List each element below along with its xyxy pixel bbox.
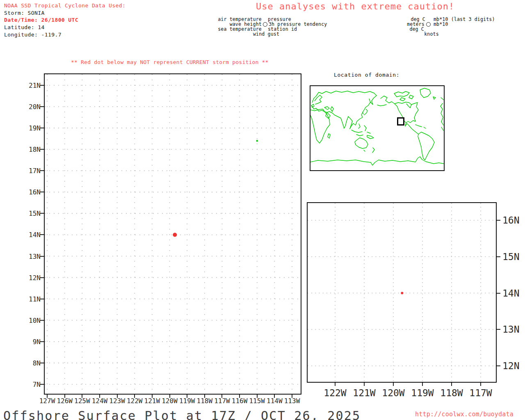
lat-tick bbox=[40, 256, 44, 257]
world-coastlines bbox=[310, 86, 444, 170]
storm-longitude-line: Longitude: -119.7 bbox=[4, 32, 62, 38]
lat-tick bbox=[497, 293, 500, 294]
lon-tick-label: 117W bbox=[466, 388, 495, 398]
lat-tick bbox=[40, 128, 44, 128]
lat-tick-label: 20N bbox=[22, 103, 41, 111]
lat-tick bbox=[40, 341, 44, 342]
lat-tick bbox=[40, 277, 44, 278]
lat-tick bbox=[497, 365, 500, 366]
lat-tick-label: 12N bbox=[502, 361, 525, 371]
lat-tick bbox=[40, 192, 44, 192]
units-circle-icon bbox=[426, 22, 431, 27]
lon-tick bbox=[422, 383, 423, 386]
lat-tick bbox=[40, 170, 44, 171]
storm-datetime-line: Date/Time: 26/1800 UTC bbox=[4, 17, 78, 23]
storm-position-warning: ** Red dot below may NOT represent CURRE… bbox=[71, 59, 269, 65]
lat-tick bbox=[40, 363, 44, 363]
storm-name-line: Storm: SONIA bbox=[4, 10, 45, 16]
lat-tick-label: 13N bbox=[22, 253, 41, 260]
lat-tick bbox=[40, 106, 44, 107]
lat-tick bbox=[40, 234, 44, 235]
lat-tick bbox=[40, 299, 44, 299]
lat-tick-label: 21N bbox=[22, 82, 41, 89]
lon-tick-label: 113W bbox=[281, 397, 303, 405]
lat-tick-label: 19N bbox=[22, 124, 41, 132]
lon-tick bbox=[480, 383, 481, 386]
lat-tick-label: 8N bbox=[22, 359, 41, 367]
noaa-source-line: NOAA SSD Tropical Cyclone Data Used: bbox=[4, 2, 126, 9]
lat-tick-label: 16N bbox=[22, 188, 41, 196]
station-circle-icon bbox=[263, 22, 267, 27]
lat-tick bbox=[497, 329, 500, 330]
lat-tick-label: 13N bbox=[502, 324, 525, 335]
lon-tick bbox=[451, 383, 452, 386]
lon-tick bbox=[393, 383, 394, 386]
lat-tick-label: 7N bbox=[22, 381, 41, 388]
storm-latitude-line: Latitude: 14 bbox=[4, 24, 45, 30]
lat-tick-label: 14N bbox=[22, 231, 41, 239]
lat-tick-label: 16N bbox=[502, 215, 525, 226]
lat-tick-label: 11N bbox=[22, 295, 41, 303]
main-surface-plot-canvas bbox=[45, 74, 301, 394]
lon-tick-label: 118W bbox=[437, 388, 466, 398]
world-map bbox=[310, 85, 445, 171]
plot-title: Offshore Surface Plot at 17Z / OCT 26, 2… bbox=[3, 409, 361, 420]
domain-map-title: Location of domain: bbox=[334, 72, 399, 78]
lon-tick bbox=[364, 383, 365, 386]
lat-tick bbox=[497, 256, 500, 257]
lat-tick-label: 14N bbox=[502, 288, 525, 299]
lat-tick-label: 10N bbox=[22, 317, 41, 324]
lat-tick bbox=[497, 220, 500, 221]
buoydata-url-link[interactable]: http://coolwx.com/buoydata bbox=[415, 411, 514, 418]
lat-tick bbox=[40, 213, 44, 214]
storm-position-dot bbox=[401, 292, 403, 294]
domain-box bbox=[397, 117, 404, 126]
lon-tick-label: 119W bbox=[408, 388, 437, 398]
main-surface-plot: 21N20N19N18N17N16N15N14N13N12N11N10N9N8N… bbox=[44, 73, 301, 395]
lon-tick-label: 121W bbox=[349, 388, 379, 398]
zoom-surface-plot-canvas bbox=[308, 203, 496, 382]
lon-tick bbox=[335, 383, 336, 386]
units-mb10: mb*10 bbox=[434, 21, 448, 27]
zoom-surface-plot: 16N15N14N13N12N122W121W120W119W118W117W bbox=[307, 202, 497, 383]
legend-wind-gust: wind gust bbox=[233, 31, 299, 37]
lat-tick-label: 15N bbox=[22, 210, 41, 217]
lat-tick-label: 9N bbox=[22, 338, 41, 346]
units-knots: knots bbox=[406, 31, 457, 37]
lat-tick bbox=[40, 320, 44, 321]
lat-tick-label: 12N bbox=[22, 274, 41, 282]
lon-tick-label: 120W bbox=[379, 388, 408, 398]
caution-banner: Use analyses with extreme caution! bbox=[256, 1, 454, 11]
station-mark-green bbox=[256, 140, 258, 142]
lat-tick bbox=[40, 384, 44, 385]
lat-tick-label: 18N bbox=[22, 146, 41, 153]
storm-position-dot bbox=[173, 233, 177, 237]
lon-tick-label: 122W bbox=[320, 388, 350, 398]
lat-tick bbox=[40, 85, 44, 86]
lat-tick-label: 15N bbox=[502, 251, 525, 262]
lat-tick bbox=[40, 149, 44, 150]
lat-tick-label: 17N bbox=[22, 167, 41, 175]
